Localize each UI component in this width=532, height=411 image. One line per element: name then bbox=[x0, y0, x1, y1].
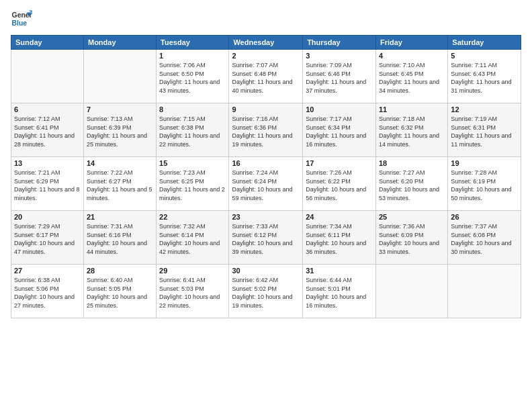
day-info: Sunrise: 7:16 AM Sunset: 6:36 PM Dayligh… bbox=[232, 115, 300, 148]
day-info: Sunrise: 7:09 AM Sunset: 6:46 PM Dayligh… bbox=[306, 61, 373, 95]
day-number: 18 bbox=[379, 159, 445, 167]
calendar-cell: 22Sunrise: 7:32 AM Sunset: 6:14 PM Dayli… bbox=[157, 211, 229, 265]
day-info: Sunrise: 7:23 AM Sunset: 6:25 PM Dayligh… bbox=[159, 169, 226, 202]
day-info: Sunrise: 6:42 AM Sunset: 5:02 PM Dayligh… bbox=[232, 276, 300, 310]
header-monday: Monday bbox=[83, 36, 156, 50]
day-info: Sunrise: 7:10 AM Sunset: 6:45 PM Dayligh… bbox=[379, 61, 445, 95]
calendar-week-5: 27Sunrise: 6:38 AM Sunset: 5:06 PM Dayli… bbox=[11, 265, 521, 318]
day-number: 31 bbox=[306, 267, 373, 275]
calendar-cell: 19Sunrise: 7:28 AM Sunset: 6:19 PM Dayli… bbox=[448, 157, 521, 211]
day-number: 21 bbox=[87, 213, 153, 221]
day-number: 8 bbox=[159, 105, 226, 113]
day-number: 12 bbox=[451, 105, 518, 113]
day-info: Sunrise: 7:32 AM Sunset: 6:14 PM Dayligh… bbox=[159, 222, 226, 256]
day-info: Sunrise: 7:11 AM Sunset: 6:43 PM Dayligh… bbox=[451, 61, 518, 95]
day-info: Sunrise: 7:27 AM Sunset: 6:20 PM Dayligh… bbox=[379, 169, 445, 202]
day-info: Sunrise: 7:07 AM Sunset: 6:48 PM Dayligh… bbox=[232, 61, 300, 95]
calendar-cell: 31Sunrise: 6:44 AM Sunset: 5:01 PM Dayli… bbox=[303, 265, 376, 318]
calendar-cell: 18Sunrise: 7:27 AM Sunset: 6:20 PM Dayli… bbox=[375, 157, 447, 211]
calendar-cell: 1Sunrise: 7:06 AM Sunset: 6:50 PM Daylig… bbox=[157, 50, 229, 103]
calendar-cell: 25Sunrise: 7:36 AM Sunset: 6:09 PM Dayli… bbox=[375, 211, 447, 265]
calendar-cell: 28Sunrise: 6:40 AM Sunset: 5:05 PM Dayli… bbox=[83, 265, 156, 318]
day-info: Sunrise: 7:26 AM Sunset: 6:22 PM Dayligh… bbox=[306, 169, 373, 202]
calendar-cell: 4Sunrise: 7:10 AM Sunset: 6:45 PM Daylig… bbox=[375, 50, 447, 103]
day-info: Sunrise: 7:37 AM Sunset: 6:08 PM Dayligh… bbox=[451, 222, 518, 256]
day-number: 17 bbox=[306, 159, 373, 167]
svg-text:Blue: Blue bbox=[12, 19, 28, 27]
day-info: Sunrise: 6:41 AM Sunset: 5:03 PM Dayligh… bbox=[159, 276, 226, 310]
header-thursday: Thursday bbox=[303, 36, 376, 50]
calendar: SundayMondayTuesdayWednesdayThursdayFrid… bbox=[11, 35, 521, 318]
day-number: 14 bbox=[87, 159, 153, 167]
header-saturday: Saturday bbox=[448, 36, 521, 50]
calendar-cell bbox=[375, 265, 447, 318]
day-number: 15 bbox=[159, 159, 226, 167]
calendar-cell: 20Sunrise: 7:29 AM Sunset: 6:17 PM Dayli… bbox=[11, 211, 84, 265]
header-tuesday: Tuesday bbox=[157, 36, 229, 50]
calendar-cell: 6Sunrise: 7:12 AM Sunset: 6:41 PM Daylig… bbox=[11, 103, 84, 157]
calendar-week-2: 6Sunrise: 7:12 AM Sunset: 6:41 PM Daylig… bbox=[11, 103, 521, 157]
day-info: Sunrise: 7:24 AM Sunset: 6:24 PM Dayligh… bbox=[232, 169, 300, 202]
calendar-cell: 12Sunrise: 7:19 AM Sunset: 6:31 PM Dayli… bbox=[448, 103, 521, 157]
day-number: 11 bbox=[379, 105, 445, 113]
day-number: 6 bbox=[14, 105, 81, 113]
calendar-cell: 26Sunrise: 7:37 AM Sunset: 6:08 PM Dayli… bbox=[448, 211, 521, 265]
calendar-week-1: 1Sunrise: 7:06 AM Sunset: 6:50 PM Daylig… bbox=[11, 50, 521, 103]
day-number: 16 bbox=[232, 159, 300, 167]
calendar-cell: 15Sunrise: 7:23 AM Sunset: 6:25 PM Dayli… bbox=[157, 157, 229, 211]
day-info: Sunrise: 6:44 AM Sunset: 5:01 PM Dayligh… bbox=[306, 276, 373, 310]
day-info: Sunrise: 7:33 AM Sunset: 6:12 PM Dayligh… bbox=[232, 222, 300, 256]
day-number: 28 bbox=[87, 267, 153, 275]
calendar-cell: 5Sunrise: 7:11 AM Sunset: 6:43 PM Daylig… bbox=[448, 50, 521, 103]
calendar-cell bbox=[11, 50, 84, 103]
calendar-cell: 16Sunrise: 7:24 AM Sunset: 6:24 PM Dayli… bbox=[229, 157, 303, 211]
calendar-cell: 21Sunrise: 7:31 AM Sunset: 6:16 PM Dayli… bbox=[83, 211, 156, 265]
day-info: Sunrise: 7:06 AM Sunset: 6:50 PM Dayligh… bbox=[159, 61, 226, 95]
day-number: 7 bbox=[87, 105, 153, 113]
calendar-week-4: 20Sunrise: 7:29 AM Sunset: 6:17 PM Dayli… bbox=[11, 211, 521, 265]
day-number: 4 bbox=[379, 52, 445, 60]
day-number: 27 bbox=[14, 267, 81, 275]
day-info: Sunrise: 7:31 AM Sunset: 6:16 PM Dayligh… bbox=[87, 222, 153, 256]
calendar-cell: 10Sunrise: 7:17 AM Sunset: 6:34 PM Dayli… bbox=[303, 103, 376, 157]
calendar-cell: 8Sunrise: 7:15 AM Sunset: 6:38 PM Daylig… bbox=[157, 103, 229, 157]
calendar-cell bbox=[83, 50, 156, 103]
day-number: 2 bbox=[232, 52, 300, 60]
day-number: 5 bbox=[451, 52, 518, 60]
header-friday: Friday bbox=[375, 36, 447, 50]
day-number: 23 bbox=[232, 213, 300, 221]
calendar-cell: 11Sunrise: 7:18 AM Sunset: 6:32 PM Dayli… bbox=[375, 103, 447, 157]
calendar-cell: 14Sunrise: 7:22 AM Sunset: 6:27 PM Dayli… bbox=[83, 157, 156, 211]
day-number: 30 bbox=[232, 267, 300, 275]
day-number: 1 bbox=[159, 52, 226, 60]
day-info: Sunrise: 7:22 AM Sunset: 6:27 PM Dayligh… bbox=[87, 169, 153, 202]
day-info: Sunrise: 7:34 AM Sunset: 6:11 PM Dayligh… bbox=[306, 222, 373, 256]
calendar-header-row: SundayMondayTuesdayWednesdayThursdayFrid… bbox=[11, 36, 521, 50]
calendar-cell: 3Sunrise: 7:09 AM Sunset: 6:46 PM Daylig… bbox=[303, 50, 376, 103]
day-number: 26 bbox=[451, 213, 518, 221]
day-info: Sunrise: 7:19 AM Sunset: 6:31 PM Dayligh… bbox=[451, 115, 518, 148]
calendar-cell: 17Sunrise: 7:26 AM Sunset: 6:22 PM Dayli… bbox=[303, 157, 376, 211]
calendar-cell: 24Sunrise: 7:34 AM Sunset: 6:11 PM Dayli… bbox=[303, 211, 376, 265]
day-number: 9 bbox=[232, 105, 300, 113]
day-info: Sunrise: 7:18 AM Sunset: 6:32 PM Dayligh… bbox=[379, 115, 445, 148]
header-wednesday: Wednesday bbox=[229, 36, 303, 50]
day-number: 10 bbox=[306, 105, 373, 113]
calendar-cell: 9Sunrise: 7:16 AM Sunset: 6:36 PM Daylig… bbox=[229, 103, 303, 157]
day-number: 20 bbox=[14, 213, 81, 221]
day-info: Sunrise: 7:12 AM Sunset: 6:41 PM Dayligh… bbox=[14, 115, 81, 148]
day-number: 22 bbox=[159, 213, 226, 221]
day-info: Sunrise: 7:15 AM Sunset: 6:38 PM Dayligh… bbox=[159, 115, 226, 148]
calendar-cell bbox=[448, 265, 521, 318]
calendar-cell: 7Sunrise: 7:13 AM Sunset: 6:39 PM Daylig… bbox=[83, 103, 156, 157]
logo-icon: General Blue bbox=[11, 8, 32, 30]
day-info: Sunrise: 7:21 AM Sunset: 6:29 PM Dayligh… bbox=[14, 169, 81, 202]
day-info: Sunrise: 7:36 AM Sunset: 6:09 PM Dayligh… bbox=[379, 222, 445, 256]
calendar-cell: 23Sunrise: 7:33 AM Sunset: 6:12 PM Dayli… bbox=[229, 211, 303, 265]
day-info: Sunrise: 6:40 AM Sunset: 5:05 PM Dayligh… bbox=[87, 276, 153, 310]
calendar-week-3: 13Sunrise: 7:21 AM Sunset: 6:29 PM Dayli… bbox=[11, 157, 521, 211]
day-number: 29 bbox=[159, 267, 226, 275]
calendar-cell: 2Sunrise: 7:07 AM Sunset: 6:48 PM Daylig… bbox=[229, 50, 303, 103]
day-info: Sunrise: 7:17 AM Sunset: 6:34 PM Dayligh… bbox=[306, 115, 373, 148]
day-number: 13 bbox=[14, 159, 81, 167]
